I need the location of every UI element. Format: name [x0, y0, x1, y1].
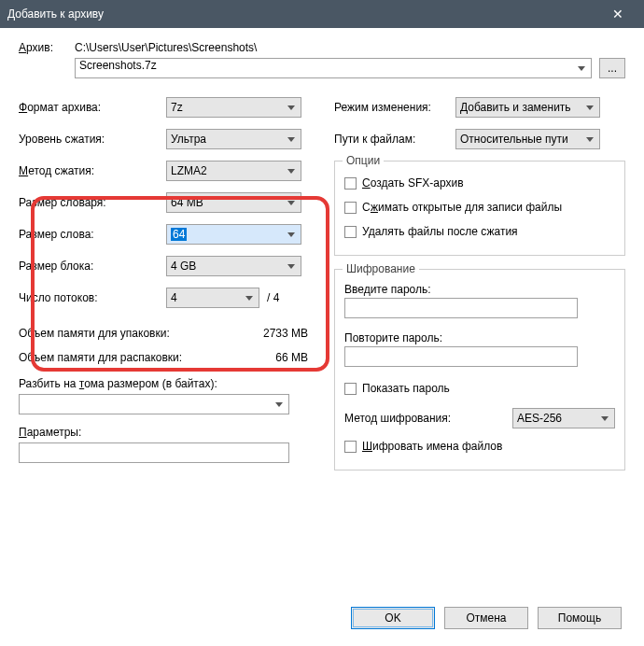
mode-label: Режим изменения: — [334, 101, 455, 114]
password2-input[interactable] — [344, 346, 578, 367]
left-column: Формат архива: 7z Уровень сжатия: Ультра… — [19, 91, 308, 470]
dict-label: Размер словаря: — [19, 196, 166, 209]
shared-checkbox[interactable] — [344, 202, 357, 214]
params-input[interactable] — [19, 442, 289, 463]
titlebar: Добавить к архиву ✕ — [0, 0, 644, 28]
sfx-checkbox[interactable] — [344, 177, 357, 190]
level-combo[interactable]: Ультра — [166, 129, 301, 149]
password-label: Введите пароль: — [344, 283, 615, 296]
paths-combo[interactable]: Относительные пути — [455, 129, 600, 149]
archive-path: C:\Users\User\Pictures\Screenshots\ — [75, 41, 625, 54]
params-label: Параметры: — [19, 426, 308, 439]
archive-label: Архив: — [19, 41, 75, 54]
mem-unpack-label: Объем памяти для распаковки: — [19, 351, 182, 364]
delete-checkbox[interactable] — [344, 226, 357, 238]
show-password-label: Показать пароль — [362, 382, 450, 395]
archive-filename-input[interactable]: Screenshots.7z — [75, 58, 592, 78]
word-label: Размер слова: — [19, 228, 166, 241]
split-combo[interactable] — [19, 394, 289, 414]
mem-pack-label: Объем памяти для упаковки: — [19, 327, 170, 340]
options-legend: Опции — [343, 154, 384, 167]
enc-names-label: Шифровать имена файлов — [362, 440, 502, 453]
encryption-legend: Шифрование — [343, 262, 419, 275]
threads-label: Число потоков: — [19, 291, 166, 304]
show-password-checkbox[interactable] — [344, 383, 357, 395]
right-column: Режим изменения: Добавить и заменить Пут… — [334, 91, 625, 470]
enc-method-label: Метод шифрования: — [344, 412, 451, 425]
mem-unpack-value: 66 MB — [275, 351, 308, 364]
cancel-button[interactable]: Отмена — [444, 607, 528, 629]
browse-button[interactable]: ... — [599, 58, 625, 78]
help-button[interactable]: Помощь — [538, 607, 622, 629]
threads-combo[interactable]: 4 — [166, 288, 259, 308]
ok-button[interactable]: OK — [351, 607, 435, 629]
mem-pack-value: 2733 MB — [263, 327, 308, 340]
shared-label: Сжимать открытые для записи файлы — [362, 201, 562, 214]
encryption-fieldset: Шифрование Введите пароль: Повторите пар… — [334, 269, 625, 470]
delete-label: Удалять файлы после сжатия — [362, 225, 518, 238]
dialog-window: Добавить к архиву ✕ Архив: C:\Users\User… — [0, 0, 644, 646]
split-label: Разбить на тома размером (в байтах): — [19, 377, 308, 390]
button-row: OK Отмена Помощь — [351, 607, 622, 629]
word-combo[interactable]: 64 — [166, 224, 301, 245]
method-combo[interactable]: LZMA2 — [166, 161, 301, 181]
enc-names-checkbox[interactable] — [344, 441, 357, 453]
level-label: Уровень сжатия: — [19, 133, 166, 146]
password2-label: Повторите пароль: — [344, 331, 615, 344]
dict-combo[interactable]: 64 MB — [166, 192, 301, 213]
method-label: Метод сжатия: — [19, 164, 166, 177]
mode-combo[interactable]: Добавить и заменить — [455, 97, 600, 118]
block-label: Размер блока: — [19, 260, 166, 273]
format-combo[interactable]: 7z — [166, 97, 301, 118]
format-label: Формат архива: — [19, 101, 166, 114]
window-title: Добавить к архиву — [7, 7, 599, 21]
enc-method-combo[interactable]: AES-256 — [512, 408, 615, 428]
sfx-label: Создать SFX-архив — [362, 176, 464, 190]
options-fieldset: Опции Создать SFX-архив Сжимать открытые… — [334, 161, 625, 256]
close-icon[interactable]: ✕ — [599, 7, 637, 21]
block-combo[interactable]: 4 GB — [166, 256, 301, 276]
password-input[interactable] — [344, 298, 578, 318]
paths-label: Пути к файлам: — [334, 133, 455, 146]
threads-max: / 4 — [267, 291, 279, 304]
